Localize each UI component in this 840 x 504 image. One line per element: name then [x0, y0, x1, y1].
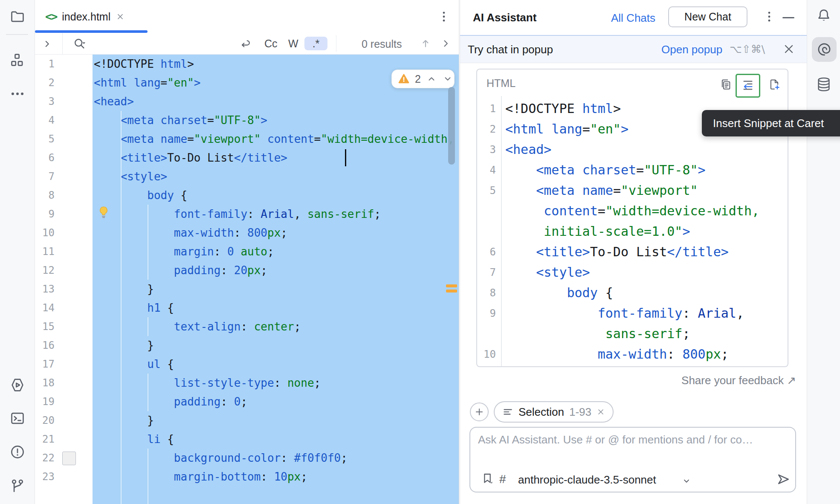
expand-search-icon[interactable] [42, 38, 53, 49]
code-line: background-color: #f0f0f0; [94, 449, 459, 467]
prompt-library-icon[interactable] [481, 472, 494, 485]
line-number: 16 [35, 336, 55, 355]
indent-guide [148, 317, 148, 336]
line-number [477, 221, 496, 242]
code-line: ul { [94, 355, 459, 374]
chip-close-icon[interactable] [597, 408, 605, 416]
share-feedback-link[interactable]: Share your feedback ↗ [640, 374, 796, 387]
model-selector[interactable]: anthropic-claude-3.5-sonnet [518, 473, 656, 487]
shortcut-hint: ⌥⇧⌘\ [730, 43, 765, 55]
tab-index-html[interactable]: <> index.html [45, 9, 125, 25]
code-line: } [94, 336, 459, 355]
chip-label: Selection [518, 406, 564, 419]
search-icon[interactable] [72, 37, 87, 51]
send-icon[interactable] [776, 472, 791, 487]
selection-context-chip[interactable]: Selection 1-93 [494, 401, 614, 423]
insert-snippet-at-caret-icon[interactable] [742, 79, 754, 92]
code-editor[interactable]: 1234567891011121314151617181920212223 <!… [35, 55, 459, 504]
editor-gutter: 1234567891011121314151617181920212223 [35, 55, 93, 504]
newline-icon[interactable] [239, 38, 252, 50]
code-line: font-family: Arial, sans-serif; [94, 205, 459, 223]
problems-icon[interactable] [9, 443, 26, 461]
editor-area: <> index.html Cc W .* 0 results [35, 0, 459, 504]
banner-close-icon[interactable] [782, 43, 795, 55]
line-number: 1 [35, 55, 55, 73]
code-line: <title>To-Do List</title> [94, 148, 459, 167]
code-line: <head> [94, 92, 459, 111]
match-case-toggle[interactable]: Cc [264, 38, 278, 50]
line-number [477, 324, 496, 344]
prev-problem-chevron-icon[interactable] [426, 73, 437, 84]
editor-tab-bar: <> index.html [35, 0, 459, 33]
line-number: 9 [477, 303, 496, 324]
next-occurrence-icon[interactable] [440, 38, 452, 49]
mention-hash-icon[interactable]: # [499, 472, 506, 486]
line-number: 2 [35, 73, 55, 92]
copy-snippet-icon[interactable] [719, 78, 732, 91]
open-popup-link[interactable]: Open popup [661, 43, 722, 56]
line-number: 9 [35, 205, 55, 223]
line-number: 3 [477, 139, 496, 160]
line-number: 22 [35, 449, 55, 467]
divider [501, 96, 502, 366]
line-number: 3 [35, 92, 55, 111]
git-branch-icon[interactable] [9, 478, 26, 495]
code-line: <title>To-Do List</title> [505, 242, 788, 262]
notifications-bell-icon[interactable] [816, 8, 832, 24]
code-line: <head> [505, 139, 788, 160]
model-chevron-down-icon[interactable] [682, 476, 691, 486]
error-stripe-mark[interactable] [446, 290, 457, 293]
code-line: list-style-type: none; [94, 374, 459, 392]
left-toolbar [0, 0, 35, 504]
project-folder-icon[interactable] [9, 8, 26, 25]
line-number: 8 [477, 283, 496, 303]
code-line: margin-bottom: 10px; [94, 467, 459, 486]
rail-divider [6, 34, 28, 35]
next-problem-chevron-icon[interactable] [442, 73, 453, 84]
code-line: <meta name="viewport" content="width=dev… [94, 130, 459, 148]
chat-input-placeholder: Ask AI Assistant. Use # or @ for mention… [478, 433, 789, 446]
new-chat-button[interactable]: New Chat [668, 6, 747, 27]
code-line: body { [505, 283, 788, 303]
minimize-icon[interactable] [782, 17, 794, 18]
inspection-widget[interactable]: 2 [391, 70, 455, 88]
line-number: 10 [35, 223, 55, 242]
panel-options-kebab-icon[interactable] [762, 9, 776, 24]
indent-guide [148, 205, 148, 280]
line-number: 1 [477, 98, 496, 119]
code-line: <meta charset="UTF-8"> [94, 111, 459, 130]
error-stripe-mark[interactable] [446, 284, 457, 287]
ai-assistant-logo-icon[interactable] [817, 42, 832, 57]
editor-scrollbar[interactable] [448, 87, 455, 165]
structure-icon[interactable] [9, 52, 26, 69]
terminal-icon[interactable] [9, 410, 26, 427]
more-tool-windows-icon[interactable] [9, 85, 26, 102]
color-swatch-f0f0f0[interactable] [62, 452, 76, 465]
line-number: 5 [477, 180, 496, 201]
tab-close-icon[interactable] [116, 12, 125, 21]
all-chats-link[interactable]: All Chats [611, 12, 655, 25]
divider [336, 35, 336, 52]
run-icon[interactable] [9, 377, 26, 394]
editor-options-kebab-icon[interactable] [437, 9, 451, 24]
regex-toggle[interactable]: .* [304, 37, 327, 50]
right-toolbar [807, 0, 840, 504]
database-icon[interactable] [816, 76, 832, 93]
line-number: 4 [477, 160, 496, 180]
add-context-button[interactable] [470, 403, 489, 421]
line-number: 15 [35, 317, 55, 336]
panel-title: AI Assistant [473, 11, 536, 24]
words-toggle[interactable]: W [288, 38, 298, 50]
banner-text: Try chat in popup [468, 43, 553, 56]
line-number: 6 [35, 148, 55, 167]
previous-occurrence-icon[interactable] [420, 38, 432, 49]
code-line: <style> [505, 262, 788, 283]
intention-bulb-icon[interactable] [96, 205, 111, 219]
line-number: 10 [477, 344, 496, 365]
code-line: li { [94, 430, 459, 449]
line-number: 12 [35, 261, 55, 280]
snippet-gutter: 12345678910 [477, 98, 496, 366]
code-pane-selection[interactable]: <!DOCTYPE html><html lang="en"><head> <m… [93, 55, 459, 504]
create-file-from-snippet-icon[interactable] [768, 78, 781, 91]
line-number: 23 [35, 467, 55, 486]
